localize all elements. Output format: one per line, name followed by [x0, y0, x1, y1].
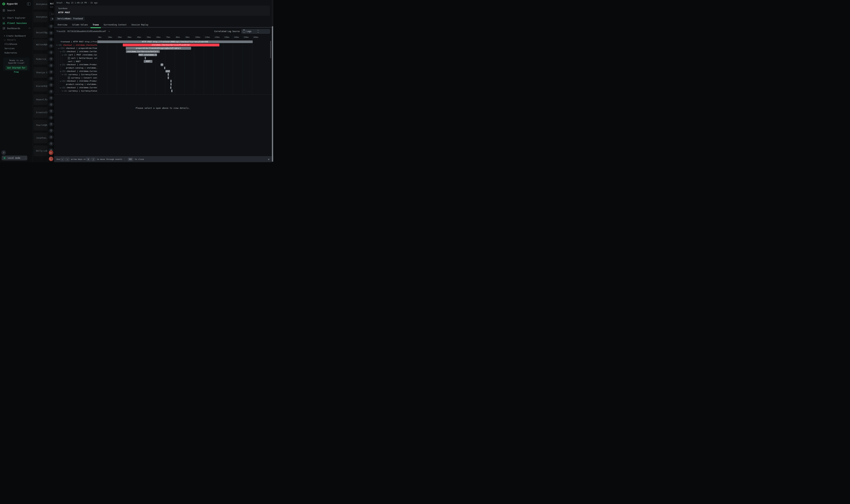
navigation-event-button[interactable]: ⇄	[49, 150, 53, 155]
sidebar-item-search[interactable]: Search	[0, 8, 33, 13]
help-button[interactable]: ?	[1, 150, 6, 155]
close-icon[interactable]: ✕	[268, 158, 270, 161]
span-bar[interactable]: (	[171, 89, 173, 92]
event-row[interactable]	[48, 43, 54, 49]
preset-item-services[interactable]: Services	[0, 46, 33, 51]
span-child-count: (1)	[62, 64, 66, 66]
span-bar[interactable]: HTTP POST http://frontend:8080/api/check…	[97, 40, 253, 43]
span-tree-row[interactable]: (11)checkout | prepareOrderItemsAnd…	[54, 47, 97, 50]
span-bar[interactable]: oteldemo.CartService/GetCart	[126, 50, 160, 53]
event-row[interactable]	[48, 69, 54, 75]
local-mode-button[interactable]: U Local mode ›	[2, 156, 28, 160]
preset-item-kubernetes[interactable]: Kubernetes	[0, 51, 33, 55]
event-row[interactable]	[48, 30, 54, 36]
event-row[interactable]	[48, 134, 54, 141]
event-row[interactable]	[48, 62, 54, 69]
event-row[interactable]	[48, 141, 54, 147]
events-filter-button[interactable]: H	[50, 17, 54, 21]
span-bar[interactable]: (	[170, 80, 171, 83]
span-name-value: HTTP POST	[58, 11, 267, 14]
span-bar[interactable]: (	[170, 86, 171, 89]
service-name-chip[interactable]: ServiceName: frontend	[55, 17, 85, 21]
session-card[interactable]: Dolly.Lubo	[34, 145, 47, 156]
session-card[interactable]: Shaniya.Sc	[34, 67, 47, 78]
session-card[interactable]: Kieran92@h	[34, 81, 47, 92]
span-bar[interactable]: (	[170, 83, 171, 86]
event-row[interactable]	[48, 49, 54, 56]
span-bar[interactable]: otel	[165, 70, 170, 73]
sidebar-item-chart-explorer[interactable]: Chart Explorer	[0, 15, 33, 20]
event-row[interactable]	[48, 121, 54, 127]
axis-tick-label: 60ms	[157, 36, 161, 38]
axis-tick-label: 130ms	[224, 36, 230, 38]
span-bar[interactable]: HGET	[144, 60, 152, 63]
span-bar[interactable]: otel	[161, 63, 163, 66]
event-row[interactable]	[48, 36, 54, 43]
preset-item-clickhouse[interactable]: Clickhouse	[0, 42, 33, 46]
span-tree-row[interactable]: (1)checkout | oteldemo.CartServic…	[54, 50, 97, 53]
span-tree-row[interactable]: (2)checkout | oteldemo.CheckoutServic…	[54, 43, 97, 47]
span-tree-row[interactable]: (1)currency | Currency/Convert	[54, 89, 97, 93]
drawer-scrollbar[interactable]	[272, 0, 273, 162]
create-dashboard-button[interactable]: + Create Dashboard	[0, 34, 33, 38]
event-row[interactable]	[48, 56, 54, 62]
k-key: k	[87, 158, 90, 161]
span-bar[interactable]: POST /oteldemo.Cart	[139, 54, 157, 56]
session-email: Roderick_S	[34, 58, 47, 60]
gantt-row: otel	[97, 70, 271, 73]
scrollbar-thumb[interactable]	[272, 26, 273, 162]
session-email: Anonymous	[34, 16, 47, 18]
session-card[interactable]: Ernesto33@	[34, 107, 47, 118]
session-card[interactable]: Roderick_S	[34, 54, 47, 65]
span-bar[interactable]: (	[168, 73, 169, 76]
presets-toggle[interactable]: PRESETS	[0, 38, 33, 42]
session-email: Howard.Ru	[34, 98, 47, 101]
event-row[interactable]	[48, 127, 54, 134]
session-card[interactable]: Anonymous	[34, 12, 47, 22]
span-tree-row[interactable]: (1)checkout | oteldemo.CurrencySe…	[54, 86, 97, 89]
get-started-button[interactable]: Get Started for Free	[5, 66, 27, 70]
event-row[interactable]	[48, 95, 54, 101]
console-event-button[interactable]: >_	[49, 157, 53, 161]
span-tree-row[interactable]: product-catalog | oteldemo.Prod…	[54, 83, 97, 86]
event-row[interactable]	[48, 88, 54, 95]
span-bar[interactable]: prepareOrderItemsAndShippingQuoteFromCar…	[126, 47, 191, 50]
span-tree-row[interactable]: (1)checkout | oteldemo.ProductCat…	[54, 79, 97, 83]
tab-surrounding-context[interactable]: Surrounding Context	[101, 23, 129, 27]
trace-id-label: TraceId:	[56, 30, 66, 33]
span-label: checkout | oteldemo.ProductCat…	[67, 80, 97, 82]
events-search-input[interactable]: Sea	[49, 12, 54, 16]
tab-session-replay[interactable]: Session Replay	[129, 23, 151, 27]
location-pin-icon	[49, 83, 54, 87]
log-source-select[interactable]: Logs	[241, 29, 270, 34]
tab-overview[interactable]: Overview	[55, 23, 70, 27]
session-card[interactable]: Pearl43@ho	[34, 120, 47, 131]
tree-guide-line	[62, 56, 62, 67]
session-card[interactable]: Deion37@gm	[34, 27, 47, 38]
session-card[interactable]: Walton9@ho	[34, 39, 47, 50]
edit-pencil-icon[interactable]: ✎	[108, 30, 110, 33]
session-card[interactable]: Jonathan.E	[34, 132, 47, 143]
sidebar-collapse-icon[interactable]	[27, 2, 31, 5]
span-bar[interactable]: oteldemo.CheckoutService/PlaceOrder	[123, 43, 219, 47]
event-row[interactable]	[48, 75, 54, 82]
span-bar[interactable]: (	[164, 67, 165, 69]
event-row[interactable]	[48, 102, 54, 108]
trace-scrollbar[interactable]	[270, 41, 271, 58]
span-tree: frontend | HTTP POST http://frontend:…(2…	[54, 35, 97, 94]
span-tree-row[interactable]: frontend | HTTP POST http://frontend:…	[54, 40, 97, 43]
event-row[interactable]	[48, 108, 54, 114]
tab-trace[interactable]: Trace	[90, 23, 101, 27]
event-row[interactable]	[48, 82, 54, 88]
hyperdx-logo-icon	[2, 2, 5, 5]
span-child-count: (1)	[64, 90, 68, 92]
session-card[interactable]: Howard.Ru	[34, 94, 47, 105]
span-bar[interactable]: (	[145, 57, 146, 59]
tab-column-values[interactable]: Column Values	[70, 23, 90, 27]
sidebar-item-client-sessions[interactable]: Client Sessions	[0, 20, 33, 25]
event-row[interactable]	[48, 23, 54, 30]
event-row[interactable]	[48, 114, 54, 121]
sidebar-item-dashboards[interactable]: Dashboards	[0, 25, 33, 31]
span-bar[interactable]: (	[168, 76, 169, 79]
session-card[interactable]: Anonymous	[34, 0, 47, 10]
